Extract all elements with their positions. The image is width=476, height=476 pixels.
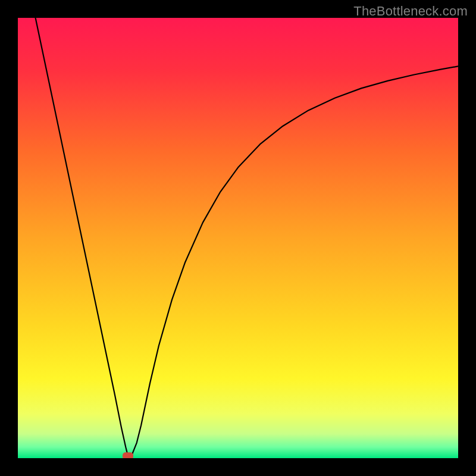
chart-frame: TheBottleneck.com xyxy=(0,0,476,476)
gradient-background xyxy=(18,18,458,458)
chart-canvas xyxy=(18,18,458,458)
watermark-text: TheBottleneck.com xyxy=(353,4,468,19)
minimum-point-marker xyxy=(123,452,133,458)
plot-area xyxy=(18,18,458,458)
